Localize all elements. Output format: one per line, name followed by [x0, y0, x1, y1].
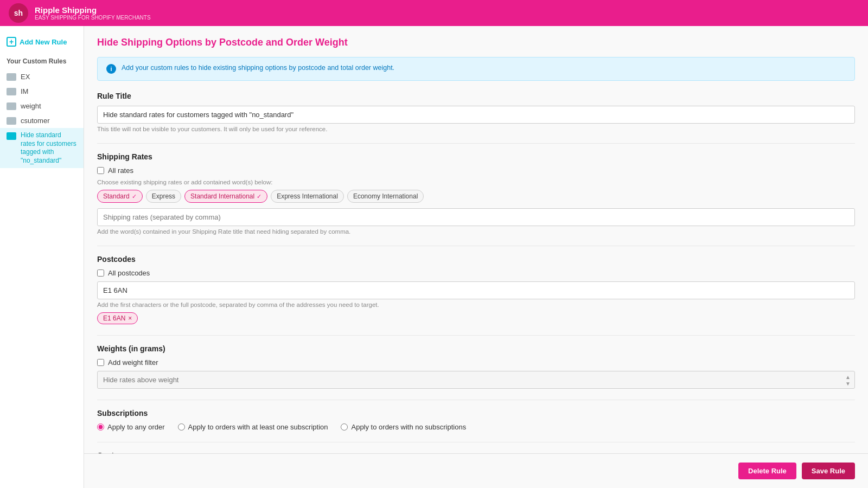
rule-icon	[7, 102, 16, 110]
all-postcodes-checkbox-label[interactable]: All postcodes	[97, 269, 855, 277]
weight-input[interactable]	[97, 371, 855, 389]
info-message: Add your custom rules to hide existing s…	[122, 64, 394, 72]
shipping-rates-input[interactable]	[97, 208, 855, 226]
rate-tag-express[interactable]: Express	[146, 190, 181, 203]
sidebar-item-active-rule[interactable]: Hide standard rates for customers tagged…	[0, 128, 84, 168]
subscription-no-subscriptions-radio[interactable]	[341, 423, 348, 431]
subscriptions-radio-group: Apply to any order Apply to orders with …	[97, 423, 855, 431]
app-title-block: Ripple Shipping EASY SHIPPING FOR SHOPIF…	[35, 5, 151, 21]
postcode-tag-e16an[interactable]: E1 6AN ×	[97, 312, 138, 324]
rate-tag-standard-intl[interactable]: Standard International ✓	[184, 190, 267, 203]
page-title: Hide Shipping Options by Postcode and Or…	[97, 37, 855, 48]
bottom-actions: Delete Rule Save Rule	[84, 453, 868, 488]
sidebar-item-weight[interactable]: weight	[0, 99, 84, 113]
all-rates-checkbox-label[interactable]: All rates	[97, 166, 855, 175]
rule-icon	[7, 73, 16, 81]
add-weight-filter-checkbox[interactable]	[97, 359, 104, 366]
subscription-no-subscriptions[interactable]: Apply to orders with no subscriptions	[341, 423, 466, 431]
plus-icon: +	[7, 37, 16, 47]
postcodes-label: Postcodes	[97, 255, 855, 264]
subscription-any-order-radio[interactable]	[97, 423, 104, 431]
subscriptions-section: Subscriptions Apply to any order Apply t…	[97, 409, 855, 431]
add-new-rule-button[interactable]: + Add New Rule	[0, 33, 84, 51]
app-subtitle: EASY SHIPPING FOR SHOPIFY MERCHANTS	[35, 15, 151, 21]
rule-icon	[7, 117, 16, 125]
save-rule-button[interactable]: Save Rule	[802, 463, 855, 479]
remove-postcode-tag[interactable]: ×	[128, 314, 132, 322]
info-box: i Add your custom rules to hide existing…	[97, 57, 855, 81]
rule-title-section: Rule Title This title will not be visibl…	[97, 92, 855, 132]
postcode-tag-list: E1 6AN ×	[97, 312, 855, 324]
info-icon: i	[106, 64, 116, 74]
all-rates-checkbox[interactable]	[97, 167, 104, 174]
sidebar-item-im[interactable]: IM	[0, 84, 84, 99]
rate-tag-economy-intl[interactable]: Economy International	[347, 190, 424, 203]
rate-tags-container: Standard ✓ Express Standard Internationa…	[97, 190, 855, 203]
rate-tag-express-intl[interactable]: Express International	[271, 190, 344, 203]
shipping-rates-label: Shipping Rates	[97, 152, 855, 161]
weight-input-wrap: ▲ ▼	[97, 371, 855, 389]
subscription-at-least-one-radio[interactable]	[178, 423, 185, 431]
rule-title-input[interactable]	[97, 106, 855, 124]
add-weight-filter-label[interactable]: Add weight filter	[97, 358, 855, 367]
subscriptions-label: Subscriptions	[97, 409, 855, 418]
rule-title-label: Rule Title	[97, 92, 855, 100]
check-icon: ✓	[257, 193, 261, 200]
sidebar-item-ex[interactable]: EX	[0, 69, 84, 84]
main-content: Hide Shipping Options by Postcode and Or…	[84, 26, 868, 453]
shipping-rates-section: Shipping Rates All rates Choose existing…	[97, 152, 855, 235]
app-name: Ripple Shipping	[35, 5, 151, 15]
sidebar-item-csutomer[interactable]: csutomer	[0, 113, 84, 128]
subscription-any-order[interactable]: Apply to any order	[97, 423, 165, 431]
weights-label: Weights (in grams)	[97, 344, 855, 353]
choose-rates-hint: Choose existing shipping rates or add co…	[97, 179, 855, 185]
shipping-rates-hint: Add the word(s) contained in your Shippi…	[97, 228, 855, 235]
rule-title-hint: This title will not be visible to your c…	[97, 126, 855, 132]
all-postcodes-checkbox[interactable]	[97, 269, 104, 277]
app-header: sh Ripple Shipping EASY SHIPPING FOR SHO…	[0, 0, 868, 26]
weight-spinner[interactable]: ▲ ▼	[845, 374, 851, 386]
postcode-hint: Add the first characters or the full pos…	[97, 301, 855, 308]
postcodes-section: Postcodes All postcodes Add the first ch…	[97, 255, 855, 324]
sidebar: + Add New Rule Your Custom Rules EX IM w…	[0, 26, 84, 488]
rule-icon-active	[7, 132, 16, 140]
sidebar-section-title: Your Custom Rules	[0, 55, 84, 69]
delete-rule-button[interactable]: Delete Rule	[738, 463, 796, 479]
rule-icon	[7, 88, 16, 95]
subscription-at-least-one[interactable]: Apply to orders with at least one subscr…	[178, 423, 328, 431]
check-icon: ✓	[132, 193, 137, 200]
postcode-input[interactable]	[97, 281, 855, 299]
rate-tag-standard[interactable]: Standard ✓	[97, 190, 143, 203]
app-logo: sh	[9, 3, 28, 23]
weights-section: Weights (in grams) Add weight filter ▲ ▼	[97, 344, 855, 389]
